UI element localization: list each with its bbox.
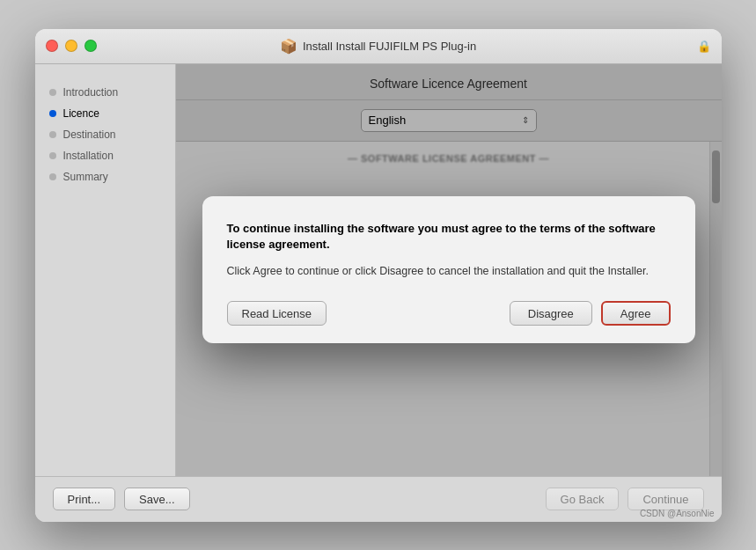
sidebar-item-destination[interactable]: Destination: [35, 124, 175, 145]
agree-button[interactable]: Agree: [601, 301, 671, 326]
modal-text: Click Agree to continue or click Disagre…: [227, 263, 671, 280]
toolbar-right: Go Back Continue: [546, 488, 704, 510]
title-bar: 📦 Install Install FUJIFILM PS Plug-in 🔒: [35, 29, 722, 64]
installer-window: 📦 Install Install FUJIFILM PS Plug-in 🔒 …: [35, 29, 722, 522]
save-button[interactable]: Save...: [124, 488, 189, 510]
lock-icon: 🔒: [697, 40, 711, 53]
sidebar-dot-introduction: [49, 89, 56, 96]
modal-dialog: To continue installing the software you …: [202, 196, 695, 343]
sidebar-label-licence: Licence: [63, 107, 99, 120]
sidebar-dot-installation: [49, 152, 56, 159]
sidebar: Introduction Licence Destination Install…: [35, 64, 176, 476]
sidebar-item-installation[interactable]: Installation: [35, 145, 175, 166]
read-license-button[interactable]: Read License: [227, 301, 327, 326]
print-button[interactable]: Print...: [53, 488, 116, 510]
continue-button[interactable]: Continue: [628, 488, 703, 510]
sidebar-item-summary[interactable]: Summary: [35, 166, 175, 187]
sidebar-label-summary: Summary: [63, 171, 108, 183]
go-back-button[interactable]: Go Back: [546, 488, 620, 510]
maximize-button[interactable]: [84, 40, 97, 52]
sidebar-item-licence[interactable]: Licence: [35, 103, 175, 124]
modal-overlay: To continue installing the software you …: [176, 64, 722, 476]
toolbar-left: Print... Save...: [53, 488, 190, 510]
modal-title: To continue installing the software you …: [227, 221, 671, 253]
disagree-button[interactable]: Disagree: [510, 301, 592, 326]
window-title: 📦 Install Install FUJIFILM PS Plug-in: [280, 38, 476, 55]
sidebar-label-installation: Installation: [63, 150, 114, 162]
minimize-button[interactable]: [65, 40, 77, 52]
watermark: CSDN @AnsonNie: [640, 509, 715, 518]
window-controls: [46, 40, 97, 52]
close-button[interactable]: [46, 40, 58, 52]
sidebar-dot-summary: [49, 173, 56, 180]
modal-body: To continue installing the software you …: [227, 221, 671, 280]
sidebar-label-introduction: Introduction: [63, 86, 119, 99]
title-icon: 📦: [280, 38, 297, 55]
modal-right-buttons: Disagree Agree: [510, 301, 671, 326]
sidebar-dot-licence: [49, 110, 56, 117]
content-area: Introduction Licence Destination Install…: [35, 64, 722, 476]
sidebar-label-destination: Destination: [63, 128, 116, 141]
main-panel: Software Licence Agreement English ⇕ — S…: [176, 64, 722, 476]
modal-footer: Read License Disagree Agree: [227, 301, 671, 326]
sidebar-dot-destination: [49, 131, 56, 138]
title-text: Install Install FUJIFILM PS Plug-in: [303, 40, 476, 53]
sidebar-item-introduction[interactable]: Introduction: [35, 82, 175, 103]
bottom-toolbar: Print... Save... Go Back Continue: [35, 476, 722, 522]
